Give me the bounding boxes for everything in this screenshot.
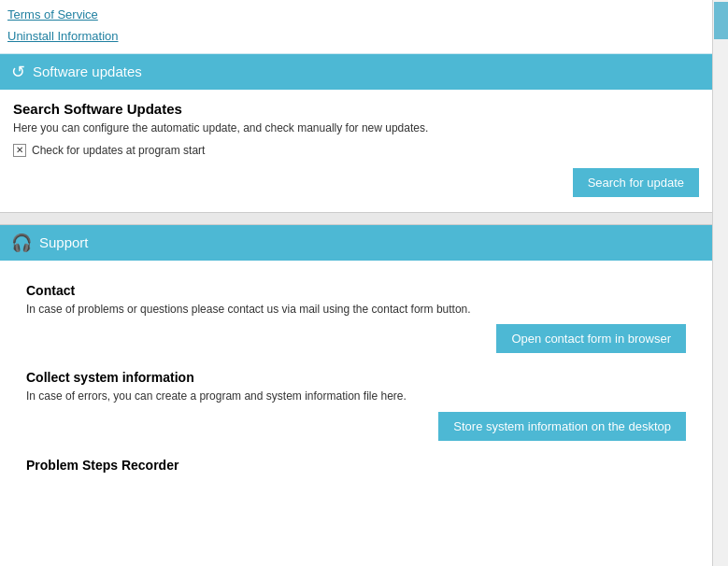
search-update-button[interactable]: Search for update — [573, 168, 699, 197]
store-system-info-button[interactable]: Store system information on the desktop — [438, 412, 686, 441]
check-updates-row: ✕ Check for updates at program start — [13, 144, 699, 157]
search-updates-desc: Here you can configure the automatic upd… — [13, 120, 699, 136]
terms-of-service-link[interactable]: Terms of Service — [7, 4, 705, 25]
support-header: 🎧 Support — [0, 225, 712, 261]
uninstall-information-link[interactable]: Uninstall Information — [7, 25, 705, 47]
contact-button-row: Open contact form in browser — [26, 324, 686, 353]
software-updates-header: ↺ Software updates — [0, 54, 712, 90]
system-info-subsection: Collect system information In case of er… — [13, 361, 699, 448]
support-section: 🎧 Support Contact In case of problems or… — [0, 225, 712, 494]
open-contact-form-button[interactable]: Open contact form in browser — [496, 324, 686, 353]
system-info-title: Collect system information — [26, 370, 686, 385]
check-updates-label: Check for updates at program start — [32, 144, 205, 157]
scrollbar-thumb[interactable] — [714, 2, 728, 39]
contact-subsection: Contact In case of problems or questions… — [13, 272, 699, 361]
top-links-section: Terms of Service Uninstall Information — [0, 0, 712, 54]
problem-recorder-subsection: Problem Steps Recorder — [13, 448, 699, 478]
contact-title: Contact — [26, 283, 686, 298]
main-content: Terms of Service Uninstall Information ↺… — [0, 0, 712, 566]
software-updates-body: Search Software Updates Here you can con… — [0, 90, 712, 212]
software-updates-section: ↺ Software updates Search Software Updat… — [0, 54, 712, 212]
headset-icon: 🎧 — [11, 233, 32, 253]
refresh-icon: ↺ — [11, 62, 25, 82]
software-updates-title: Software updates — [33, 64, 142, 79]
problem-recorder-title: Problem Steps Recorder — [26, 458, 686, 473]
check-updates-checkbox[interactable]: ✕ — [13, 144, 26, 157]
search-update-button-row: Search for update — [13, 168, 699, 197]
system-info-desc: In case of errors, you can create a prog… — [26, 389, 686, 404]
system-info-button-row: Store system information on the desktop — [26, 412, 686, 441]
search-updates-title: Search Software Updates — [13, 101, 699, 117]
scrollbar[interactable] — [712, 0, 728, 566]
contact-desc: In case of problems or questions please … — [26, 302, 686, 318]
support-body: Contact In case of problems or questions… — [0, 261, 712, 494]
section-divider-1 — [0, 212, 712, 225]
support-title: Support — [39, 234, 89, 250]
